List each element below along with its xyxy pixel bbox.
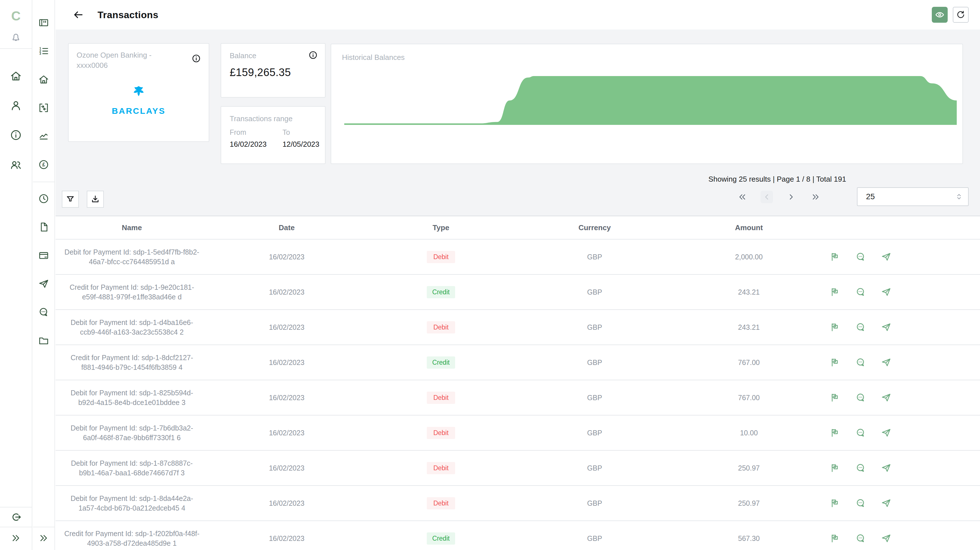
home-icon[interactable] — [38, 74, 49, 85]
flag-icon[interactable] — [830, 252, 840, 262]
balance-card: Balance £159,265.35 — [221, 43, 326, 97]
next-page-button[interactable] — [785, 191, 797, 203]
visibility-eye-button[interactable] — [932, 7, 948, 23]
transaction-currency: GBP — [517, 429, 673, 437]
expand-sidebar-icon[interactable] — [10, 532, 22, 544]
bank-name: BARCLAYS — [112, 106, 165, 116]
page-size-select[interactable]: 25 — [857, 187, 969, 206]
send-icon[interactable] — [881, 427, 891, 438]
table-row[interactable]: Credit for Payment Id: sdp-1-f202bf0a-f4… — [56, 520, 980, 550]
type-badge: Credit — [427, 532, 455, 545]
send-icon[interactable] — [881, 252, 891, 262]
sidebar-item-home[interactable] — [10, 70, 22, 82]
table-row[interactable]: Debit for Payment Id: sdp-1-87c8887c-b9b… — [56, 450, 980, 485]
table-row[interactable]: Debit for Payment Id: sdp-1-5ed4f7fb-f8b… — [56, 239, 980, 274]
pagination — [736, 191, 822, 203]
info-icon[interactable] — [309, 51, 318, 60]
table-row[interactable]: Credit for Payment Id: sdp-1-8dcf2127-f8… — [56, 344, 980, 380]
send-icon[interactable] — [881, 287, 891, 297]
back-arrow-icon[interactable] — [73, 9, 84, 21]
flag-icon[interactable] — [830, 498, 840, 509]
send-icon[interactable] — [881, 392, 891, 403]
table-row[interactable]: Debit for Payment Id: sdp-1-825b594d-b92… — [56, 380, 980, 415]
info-icon[interactable] — [192, 54, 201, 63]
column-header-amount[interactable]: Amount — [673, 223, 825, 232]
flag-icon[interactable] — [830, 357, 840, 368]
document-icon[interactable] — [38, 222, 49, 233]
transactions-range-card: Transactions range From 16/02/2023 To 12… — [221, 106, 326, 164]
comment-icon[interactable] — [855, 357, 866, 368]
last-page-button[interactable] — [809, 191, 822, 203]
flag-icon[interactable] — [830, 533, 840, 544]
column-header-name[interactable]: Name — [56, 223, 208, 232]
comment-icon[interactable] — [855, 533, 866, 544]
download-button[interactable] — [87, 191, 104, 208]
table-row[interactable]: Debit for Payment Id: sdp-1-8da44e2a-1a5… — [56, 485, 980, 520]
comment-icon[interactable] — [855, 462, 866, 473]
table-row[interactable]: Debit for Payment Id: sdp-1-d4ba16e6-ccb… — [56, 309, 980, 344]
balance-area-chart — [331, 44, 963, 164]
comment-icon[interactable] — [855, 252, 866, 262]
sidebar-item-team[interactable] — [10, 158, 22, 171]
transfers-icon[interactable] — [38, 102, 49, 113]
send-icon[interactable] — [881, 498, 891, 509]
type-badge: Debit — [427, 427, 455, 439]
filter-button[interactable] — [62, 191, 79, 208]
column-header-type[interactable]: Type — [365, 223, 517, 232]
table-row[interactable]: Credit for Payment Id: sdp-1-9e20c181-e5… — [56, 274, 980, 309]
send-icon[interactable] — [881, 462, 891, 473]
kanban-board-icon[interactable] — [38, 17, 49, 29]
transaction-currency: GBP — [517, 288, 673, 296]
transaction-currency: GBP — [517, 323, 673, 332]
notifications-bell-icon[interactable] — [10, 32, 22, 43]
card-icon[interactable] — [38, 250, 49, 261]
svg-text:3: 3 — [40, 52, 41, 55]
folder-icon[interactable] — [38, 335, 49, 346]
account-card[interactable]: Ozone Open Banking -xxxx0006 BARCLAYS — [68, 43, 209, 142]
refresh-button[interactable] — [953, 7, 969, 23]
column-header-currency[interactable]: Currency — [517, 223, 673, 232]
flag-icon[interactable] — [830, 322, 840, 333]
table-row[interactable]: Debit for Payment Id: sdp-1-7b6db3a2-6a0… — [56, 415, 980, 450]
ordered-list-icon[interactable]: 123 — [38, 45, 49, 57]
previous-page-button[interactable] — [760, 191, 773, 203]
page-size-value: 25 — [866, 192, 875, 201]
currency-pound-icon[interactable]: £ — [38, 159, 49, 170]
history-clock-icon[interactable] — [38, 193, 49, 204]
send-icon[interactable] — [38, 278, 49, 290]
sidebar-divider — [33, 527, 54, 527]
comment-icon[interactable] — [855, 498, 866, 509]
logout-icon[interactable] — [10, 511, 22, 523]
flag-icon[interactable] — [830, 427, 840, 438]
transaction-type: Credit — [365, 286, 517, 298]
transaction-date: 16/02/2023 — [208, 253, 365, 261]
column-header-date[interactable]: Date — [208, 223, 365, 232]
transactions-table: Name Date Type Currency Amount Debit for… — [56, 216, 980, 550]
comment-icon[interactable] — [855, 427, 866, 438]
flag-icon[interactable] — [830, 462, 840, 473]
chat-icon[interactable] — [38, 306, 49, 318]
summary-section: Ozone Open Banking -xxxx0006 BARCLAYS Ba… — [56, 30, 980, 216]
range-from: From 16/02/2023 — [230, 128, 267, 149]
sidebar-item-info[interactable] — [10, 129, 22, 141]
transaction-type: Debit — [365, 497, 517, 509]
analytics-chart-icon[interactable] — [38, 131, 49, 142]
send-icon[interactable] — [881, 533, 891, 544]
comment-icon[interactable] — [855, 322, 866, 333]
flag-icon[interactable] — [830, 392, 840, 403]
comment-icon[interactable] — [855, 287, 866, 297]
transaction-name: Debit for Payment Id: sdp-1-7b6db3a2-6a0… — [56, 423, 208, 442]
send-icon[interactable] — [881, 322, 891, 333]
sidebar-item-profile[interactable] — [10, 99, 22, 112]
send-icon[interactable] — [881, 357, 891, 368]
flag-icon[interactable] — [830, 287, 840, 297]
page-title: Transactions — [97, 10, 159, 21]
row-actions — [825, 322, 980, 333]
range-from-value: 16/02/2023 — [230, 140, 267, 149]
comment-icon[interactable] — [855, 392, 866, 403]
transaction-name: Debit for Payment Id: sdp-1-87c8887c-b9b… — [56, 458, 208, 478]
first-page-button[interactable] — [736, 191, 749, 203]
type-badge: Debit — [427, 392, 455, 404]
transaction-amount: 767.00 — [673, 394, 825, 402]
expand-panel-icon[interactable] — [38, 532, 49, 544]
